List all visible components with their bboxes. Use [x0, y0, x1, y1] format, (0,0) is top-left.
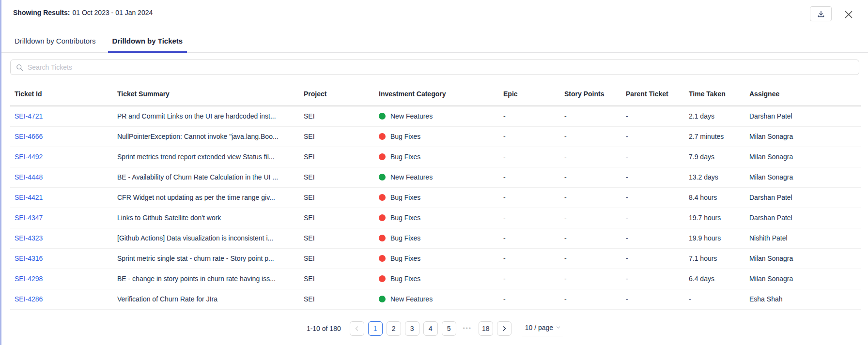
ticket-id-cell: SEI-4347	[10, 208, 113, 228]
ticket-id-link[interactable]: SEI-4347	[15, 214, 43, 222]
project-cell: SEI	[300, 228, 375, 248]
category-label: Bug Fixes	[390, 194, 420, 201]
project-cell: SEI	[300, 208, 375, 228]
story-points-cell: -	[560, 248, 622, 269]
investment-category-cell: New Features	[375, 289, 499, 309]
table-row: SEI-4666NullPointerException: Cannot inv…	[10, 126, 861, 147]
download-icon	[817, 10, 825, 18]
ticket-id-link[interactable]: SEI-4316	[15, 255, 43, 262]
ticket-id-cell: SEI-4666	[10, 126, 113, 147]
tab-drilldown-by-contributors[interactable]: Drilldown by Contributors	[10, 32, 100, 53]
showing-results: Showing Results:01 Oct 2023 - 01 Jan 202…	[13, 6, 153, 16]
column-header-project: Project	[300, 82, 375, 106]
chevron-right-icon	[501, 326, 507, 331]
time-taken-cell: 2.1 days	[685, 106, 745, 126]
assignee-cell: Esha Shah	[745, 289, 861, 309]
parent-ticket-cell: -	[622, 228, 685, 248]
ticket-summary: Verification of Churn Rate for JIra	[113, 289, 300, 309]
prev-page-button[interactable]	[350, 321, 364, 336]
column-header-ticket-id: Ticket Id	[10, 82, 113, 106]
page-button-1[interactable]: 1	[368, 321, 383, 336]
ticket-id-cell: SEI-4492	[10, 147, 113, 167]
investment-category-cell: Bug Fixes	[375, 248, 499, 269]
page-button-2[interactable]: 2	[387, 321, 401, 336]
column-header-investment-category: Investment Category	[375, 82, 499, 106]
showing-results-label: Showing Results:	[13, 9, 70, 16]
project-cell: SEI	[300, 289, 375, 309]
parent-ticket-cell: -	[622, 208, 685, 228]
project-cell: SEI	[300, 248, 375, 269]
ticket-id-link[interactable]: SEI-4298	[15, 275, 43, 283]
time-taken-cell: 19.7 hours	[685, 208, 745, 228]
page-button-4[interactable]: 4	[423, 321, 438, 336]
table-row: SEI-4347Links to Github Satellite don't …	[10, 208, 861, 228]
download-button[interactable]	[810, 6, 832, 21]
investment-category-cell: New Features	[375, 167, 499, 187]
ticket-id-link[interactable]: SEI-4323	[15, 234, 43, 242]
time-taken-cell: 13.2 days	[685, 167, 745, 187]
tab-drilldown-by-tickets[interactable]: Drilldown by Tickets	[108, 32, 187, 53]
epic-cell: -	[499, 289, 560, 309]
table-row: SEI-4323[Github Actions] Data visualizat…	[10, 228, 861, 248]
page-button-18[interactable]: 18	[479, 321, 493, 336]
story-points-cell: -	[560, 208, 622, 228]
category-dot-icon	[379, 255, 386, 262]
epic-cell: -	[499, 248, 560, 269]
epic-cell: -	[499, 106, 560, 126]
time-taken-cell: 7.1 hours	[685, 248, 745, 269]
time-taken-cell: 19.9 hours	[685, 228, 745, 248]
chevron-left-icon	[354, 326, 360, 331]
ticket-id-link[interactable]: SEI-4666	[15, 133, 43, 140]
table-row: SEI-4316Sprint metric single stat - chur…	[10, 248, 861, 269]
page-button-3[interactable]: 3	[405, 321, 419, 336]
table-header-row: Ticket IdTicket SummaryProjectInvestment…	[10, 82, 861, 106]
ticket-id-link[interactable]: SEI-4448	[15, 173, 43, 181]
search-input[interactable]	[28, 63, 853, 71]
page-size-select[interactable]: 10 / page	[522, 321, 563, 336]
ticket-summary: Links to Github Satellite don't work	[113, 208, 300, 228]
tickets-table: Ticket IdTicket SummaryProjectInvestment…	[10, 82, 861, 310]
chevron-down-icon	[556, 325, 561, 330]
search-icon	[16, 64, 23, 71]
epic-cell: -	[499, 269, 560, 289]
assignee-cell: Darshan Patel	[745, 208, 861, 228]
ticket-id-link[interactable]: SEI-4286	[15, 295, 43, 303]
investment-category-cell: Bug Fixes	[375, 208, 499, 228]
ticket-summary: Sprint metric single stat - churn rate -…	[113, 248, 300, 269]
column-header-assignee: Assignee	[745, 82, 861, 106]
parent-ticket-cell: -	[622, 167, 685, 187]
story-points-cell: -	[560, 147, 622, 167]
table-row: SEI-4448BE - Availability of Churn Rate …	[10, 167, 861, 187]
investment-category-cell: Bug Fixes	[375, 126, 499, 147]
pagination-summary: 1-10 of 180	[307, 325, 341, 332]
page-ellipsis[interactable]: •••	[460, 325, 475, 332]
epic-cell: -	[499, 167, 560, 187]
category-label: Bug Fixes	[390, 275, 420, 283]
investment-category-cell: Bug Fixes	[375, 269, 499, 289]
close-button[interactable]	[843, 9, 854, 20]
ticket-id-cell: SEI-4298	[10, 269, 113, 289]
top-actions	[810, 6, 854, 21]
epic-cell: -	[499, 208, 560, 228]
investment-category-cell: Bug Fixes	[375, 187, 499, 208]
category-dot-icon	[379, 113, 386, 120]
ticket-id-link[interactable]: SEI-4721	[15, 112, 43, 120]
ticket-summary: NullPointerException: Cannot invoke "jav…	[113, 126, 300, 147]
category-dot-icon	[379, 296, 386, 302]
ticket-id-link[interactable]: SEI-4492	[15, 153, 43, 161]
ticket-id-cell: SEI-4421	[10, 187, 113, 208]
ticket-summary: [Github Actions] Data visualization is i…	[113, 228, 300, 248]
table-row: SEI-4298BE - change in story points in c…	[10, 269, 861, 289]
time-taken-cell: 2.7 minutes	[685, 126, 745, 147]
column-header-time-taken: Time Taken	[685, 82, 745, 106]
next-page-button[interactable]	[497, 321, 512, 336]
page-button-5[interactable]: 5	[442, 321, 456, 336]
category-dot-icon	[379, 133, 386, 140]
project-cell: SEI	[300, 106, 375, 126]
ticket-id-link[interactable]: SEI-4421	[15, 194, 43, 201]
category-label: New Features	[390, 295, 433, 303]
project-cell: SEI	[300, 269, 375, 289]
category-label: Bug Fixes	[390, 255, 420, 262]
assignee-cell: Milan Sonagra	[745, 126, 861, 147]
ticket-summary: CFR Widget not updating as per the time …	[113, 187, 300, 208]
